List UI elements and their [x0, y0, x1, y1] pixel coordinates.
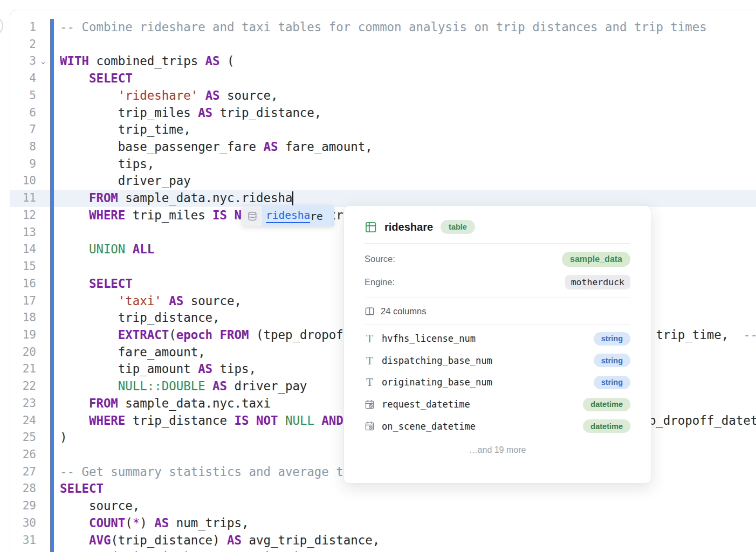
code-token: AS: [198, 106, 212, 120]
code-line[interactable]: 11 FROM sample_data.nyc.ridesha: [10, 190, 756, 207]
code-text[interactable]: trip_miles AS trip_distance,: [60, 105, 321, 122]
line-number[interactable]: 17: [10, 293, 36, 310]
line-number[interactable]: 26: [10, 446, 36, 464]
changed-line-bar: [50, 532, 54, 549]
code-text[interactable]: fare_amount,: [60, 344, 205, 361]
code-text[interactable]: UNION ALL: [60, 241, 154, 258]
line-number[interactable]: 5: [10, 87, 36, 105]
code-text[interactable]: source,: [60, 498, 140, 515]
line-number[interactable]: 24: [10, 412, 36, 430]
code-line[interactable]: 30 COUNT(*) AS num_trips,: [10, 515, 756, 532]
line-number[interactable]: 10: [10, 172, 36, 190]
line-number[interactable]: 11: [10, 190, 36, 207]
more-columns-text: …and 19 more: [365, 445, 630, 455]
code-text[interactable]: NULL::DOUBLE AS driver_pay: [60, 378, 307, 395]
line-number[interactable]: 2: [10, 36, 36, 53]
fold-chevron-icon[interactable]: ⌄: [36, 53, 50, 70]
code-text[interactable]: trip_distance,: [60, 309, 220, 327]
line-number[interactable]: 25: [10, 429, 36, 446]
code-token: avg_trip_time,: [212, 550, 321, 552]
line-number[interactable]: 6: [10, 105, 36, 122]
code-text[interactable]: FROM sample_data.nyc.taxi: [60, 395, 271, 412]
code-text[interactable]: tip_amount AS tips,: [60, 361, 256, 378]
code-line[interactable]: 4 SELECT: [10, 70, 756, 87]
code-token: [60, 533, 89, 547]
code-token: [314, 413, 321, 427]
code-token: FROM: [89, 396, 118, 410]
code-text[interactable]: SELECT: [60, 275, 133, 293]
code-token: (: [220, 54, 235, 68]
code-text[interactable]: SELECT: [60, 70, 133, 87]
code-token: [249, 413, 256, 427]
fold-gutter: [36, 309, 50, 327]
code-text[interactable]: WHERE trip_distance IS NOT NULL ANDtpep_…: [60, 412, 343, 430]
code-line[interactable]: 7 trip_time,: [10, 121, 756, 139]
columns-icon: [365, 306, 375, 316]
line-number[interactable]: 19: [10, 327, 36, 344]
code-line[interactable]: 31 AVG(trip_distance) AS avg_trip_distan…: [10, 532, 756, 549]
code-text[interactable]: AVG(trip_time) AS avg_trip_time,: [60, 549, 321, 552]
code-text[interactable]: tips,: [60, 156, 154, 173]
autocomplete-option-rideshare[interactable]: rideshare: [262, 206, 334, 226]
code-text[interactable]: trip_time,: [60, 121, 191, 139]
line-number[interactable]: 9: [10, 156, 36, 173]
code-text[interactable]: FROM sample_data.nyc.ridesha: [60, 190, 292, 207]
line-number[interactable]: 8: [10, 139, 36, 156]
changed-line-bar: [50, 36, 54, 53]
code-text[interactable]: -- Combine rideshare and taxi tables for…: [60, 19, 707, 36]
line-number[interactable]: 21: [10, 361, 36, 378]
code-text[interactable]: COUNT(*) AS num_trips,: [60, 515, 249, 532]
line-number[interactable]: 16: [10, 275, 36, 293]
code-line[interactable]: 6 trip_miles AS trip_distance,: [10, 105, 756, 122]
line-number[interactable]: 22: [10, 378, 36, 395]
changed-line-bar: [50, 480, 54, 498]
code-token: trip_time,: [60, 122, 191, 136]
line-number[interactable]: 12: [10, 207, 36, 224]
code-token: (trip_time): [111, 550, 198, 552]
code-line[interactable]: 3⌄WITH combined_trips AS (: [10, 53, 756, 70]
code-line[interactable]: 2: [10, 36, 756, 53]
code-line[interactable]: 10 driver_pay: [10, 172, 756, 190]
panel-handle-circle[interactable]: [0, 16, 3, 36]
line-number[interactable]: 18: [10, 309, 36, 327]
code-text[interactable]: base_passenger_fare AS fare_amount,: [60, 139, 373, 156]
code-text[interactable]: driver_pay: [60, 172, 191, 190]
line-number[interactable]: 30: [10, 515, 36, 532]
line-number[interactable]: 3: [10, 53, 36, 70]
code-line[interactable]: 9 tips,: [10, 156, 756, 173]
code-line[interactable]: 8 base_passenger_fare AS fare_amount,: [10, 139, 756, 156]
code-token: sample_data.nyc.ridesha: [118, 191, 293, 205]
fold-gutter: [36, 464, 50, 481]
line-number[interactable]: 23: [10, 395, 36, 412]
autocomplete-popup: rideshare: [242, 206, 334, 226]
fold-gutter: [36, 549, 50, 552]
code-token: [212, 328, 219, 342]
line-number[interactable]: 13: [10, 224, 36, 242]
code-text[interactable]: WITH combined_trips AS (: [60, 53, 235, 70]
line-number[interactable]: 1: [10, 19, 36, 36]
fold-gutter: [36, 241, 50, 258]
code-text[interactable]: 'taxi' AS source,: [60, 293, 242, 310]
line-number[interactable]: 4: [10, 70, 36, 87]
line-number[interactable]: 27: [10, 464, 36, 481]
code-token: [125, 242, 132, 256]
code-token: SELECT: [89, 277, 133, 291]
code-text[interactable]: ): [60, 429, 67, 446]
line-number[interactable]: 20: [10, 344, 36, 361]
code-line[interactable]: 5 'rideshare' AS source,: [10, 87, 756, 105]
line-number[interactable]: 31: [10, 532, 36, 549]
code-text[interactable]: SELECT: [60, 480, 104, 498]
code-line[interactable]: 32 AVG(trip_time) AS avg_trip_time,: [10, 549, 756, 552]
line-number[interactable]: 14: [10, 241, 36, 258]
line-number[interactable]: 15: [10, 258, 36, 275]
column-type-badge: datetime: [583, 398, 630, 411]
code-line[interactable]: 1-- Combine rideshare and taxi tables fo…: [10, 19, 756, 36]
code-text[interactable]: 'rideshare' AS source,: [60, 87, 278, 105]
fold-gutter: [36, 19, 50, 36]
code-line[interactable]: 29 source,: [10, 498, 756, 515]
code-text[interactable]: AVG(trip_distance) AS avg_trip_distance,: [60, 532, 380, 549]
line-number[interactable]: 32: [10, 549, 36, 552]
line-number[interactable]: 28: [10, 480, 36, 498]
line-number[interactable]: 29: [10, 498, 36, 515]
line-number[interactable]: 7: [10, 121, 36, 139]
